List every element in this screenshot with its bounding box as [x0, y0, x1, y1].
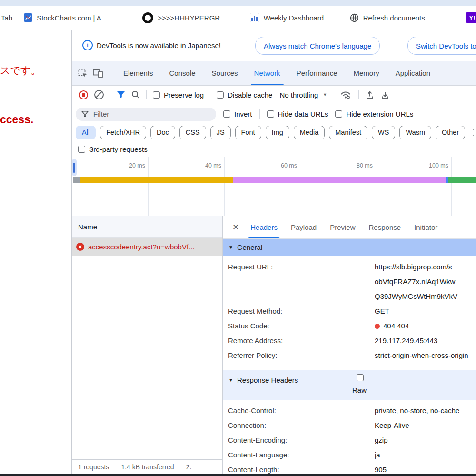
- raw-checkbox[interactable]: [357, 374, 364, 381]
- network-conditions-icon[interactable]: [340, 90, 352, 99]
- filter-funnel-icon[interactable]: [117, 91, 125, 99]
- chip-doc[interactable]: Doc: [150, 126, 175, 139]
- header-row: Request URL: https://slb.bigprop.com/s o…: [223, 259, 476, 304]
- chip-wasm[interactable]: Wasm: [399, 126, 431, 139]
- bookmark-refresh-documents[interactable]: Refresh documents: [350, 13, 425, 22]
- checkbox-icon: [223, 110, 230, 118]
- tab-performance[interactable]: Performance: [288, 61, 346, 85]
- page-divider: [0, 143, 71, 143]
- chip-fetch-xhr[interactable]: Fetch/XHR: [100, 126, 146, 139]
- hide-data-urls-checkbox[interactable]: Hide data URLs: [267, 110, 328, 118]
- triangle-down-icon: ▼: [228, 377, 233, 383]
- divider: [115, 463, 115, 471]
- third-party-label: 3rd-party requests: [89, 145, 148, 153]
- black-ring-icon: [142, 12, 153, 23]
- checkbox-icon: [153, 91, 160, 99]
- tab-payload[interactable]: Payload: [284, 216, 323, 238]
- switch-language-button[interactable]: Switch DevTools to Japanese: [407, 37, 476, 55]
- inspect-element-icon[interactable]: [78, 69, 88, 78]
- response-headers-header[interactable]: ▼ Response Headers Raw: [223, 370, 476, 400]
- chip-css[interactable]: CSS: [179, 126, 206, 139]
- waterfall-segment-download: [448, 177, 476, 183]
- record-icon[interactable]: [79, 90, 88, 99]
- chip-media[interactable]: Media: [294, 126, 325, 139]
- tick-label: 60 ms: [268, 162, 297, 169]
- third-party-checkbox[interactable]: [78, 146, 85, 153]
- chip-ws[interactable]: WS: [372, 126, 395, 139]
- header-row: Content-Length: 905: [223, 462, 476, 474]
- name-column-header[interactable]: Name: [72, 216, 222, 238]
- response-headers-section: ▼ Response Headers Raw Cache-Control: pr…: [223, 370, 476, 474]
- tab-initiator[interactable]: Initiator: [407, 216, 444, 238]
- chip-all[interactable]: All: [76, 126, 96, 139]
- filter-input-box[interactable]: [76, 108, 216, 121]
- chip-other[interactable]: Other: [436, 126, 465, 139]
- triangle-down-icon: ▼: [228, 245, 233, 250]
- tab-network[interactable]: Network: [246, 61, 288, 85]
- stockcharts-favicon-icon: [24, 13, 32, 22]
- tab-response[interactable]: Response: [362, 216, 408, 238]
- export-har-icon[interactable]: [381, 90, 389, 99]
- request-list: Name ✕ accesscodeentry.act?u=wbobVf... 1…: [72, 216, 223, 474]
- header-row: Content-Encoding: gzip: [223, 433, 476, 447]
- throttling-select[interactable]: No throttling ▼: [279, 91, 327, 99]
- divider: [358, 90, 359, 99]
- chip-font[interactable]: Font: [235, 126, 261, 139]
- bookmarks-bar: Tab StockCharts.com | A... >>>>HHHYPERGR…: [0, 6, 476, 30]
- chip-img[interactable]: Img: [266, 126, 289, 139]
- devtools-infobar: i DevTools is now available in Japanese!…: [72, 30, 476, 61]
- preserve-log-checkbox[interactable]: Preserve log: [153, 91, 204, 99]
- bookmark-weekly-dashboard[interactable]: Weekly Dashboard...: [250, 13, 330, 22]
- resources: 2.: [186, 463, 192, 471]
- waterfall-segment-stalled: [80, 177, 233, 183]
- tab-memory[interactable]: Memory: [346, 61, 387, 85]
- info-icon: i: [82, 40, 93, 50]
- invert-checkbox[interactable]: Invert: [223, 110, 252, 118]
- request-row[interactable]: ✕ accesscodeentry.act?u=wbobVf...: [72, 238, 222, 256]
- device-toolbar-icon[interactable]: [92, 69, 103, 78]
- page-error-text-en: ccess.: [0, 113, 33, 126]
- tick-label: 40 ms: [192, 162, 221, 169]
- bookmark-tab[interactable]: Tab: [1, 14, 12, 22]
- chip-manifest[interactable]: Manifest: [329, 126, 367, 139]
- divider: [110, 68, 110, 79]
- chip-js[interactable]: JS: [210, 126, 231, 139]
- divider: [259, 109, 260, 119]
- tab-preview[interactable]: Preview: [323, 216, 362, 238]
- bar-chart-icon: [250, 13, 259, 22]
- filter-input[interactable]: [92, 109, 189, 119]
- raw-label: Raw: [352, 386, 367, 394]
- divider: [180, 463, 180, 471]
- tab-elements[interactable]: Elements: [115, 61, 161, 85]
- disable-cache-checkbox[interactable]: Disable cache: [217, 91, 272, 99]
- funnel-icon: [81, 111, 89, 117]
- bookmark-stockcharts[interactable]: StockCharts.com | A...: [24, 13, 107, 22]
- search-icon[interactable]: [131, 90, 140, 99]
- request-type-chips: All Fetch/XHR Doc CSS JS Font Img Media …: [72, 124, 476, 141]
- request-name: accesscodeentry.act?u=wbobVf...: [88, 243, 195, 251]
- response-headers-rows: Cache-Control: private, no-store, no-cac…: [223, 400, 476, 474]
- requests-count: 1 requests: [78, 463, 109, 471]
- import-har-icon[interactable]: [366, 90, 374, 99]
- page-divider: [0, 45, 71, 45]
- close-icon[interactable]: ✕: [232, 222, 239, 232]
- bookmark-hypergr[interactable]: >>>>HHHYPERGR...: [142, 12, 226, 23]
- general-section-header[interactable]: ▼ General: [223, 239, 476, 256]
- tab-console[interactable]: Console: [161, 61, 204, 85]
- match-language-button[interactable]: Always match Chrome's language: [255, 37, 380, 55]
- tab-sources[interactable]: Sources: [204, 61, 246, 85]
- tick-label: 80 ms: [343, 162, 373, 169]
- network-status-bar: 1 requests 1.4 kB transferred 2.: [72, 459, 222, 474]
- bookmark-yahoo[interactable]: Y!: [466, 12, 476, 23]
- tab-headers[interactable]: Headers: [244, 216, 284, 238]
- network-overview-timeline[interactable]: 20 ms 40 ms 60 ms 80 ms 100 ms: [72, 157, 476, 216]
- tab-application[interactable]: Application: [387, 61, 438, 85]
- hide-extension-urls-checkbox[interactable]: Hide extension URLs: [335, 110, 413, 118]
- clear-icon[interactable]: [94, 90, 104, 99]
- timeline-grip-handle[interactable]: [73, 163, 75, 173]
- blocked-checkbox[interactable]: Blo: [473, 129, 476, 137]
- checkbox-icon: [335, 110, 342, 118]
- network-filter-row: Invert Hide data URLs Hide extension URL…: [72, 104, 476, 124]
- waterfall-segment-waiting: [233, 177, 446, 183]
- general-rows: Request URL: https://slb.bigprop.com/s o…: [223, 256, 476, 363]
